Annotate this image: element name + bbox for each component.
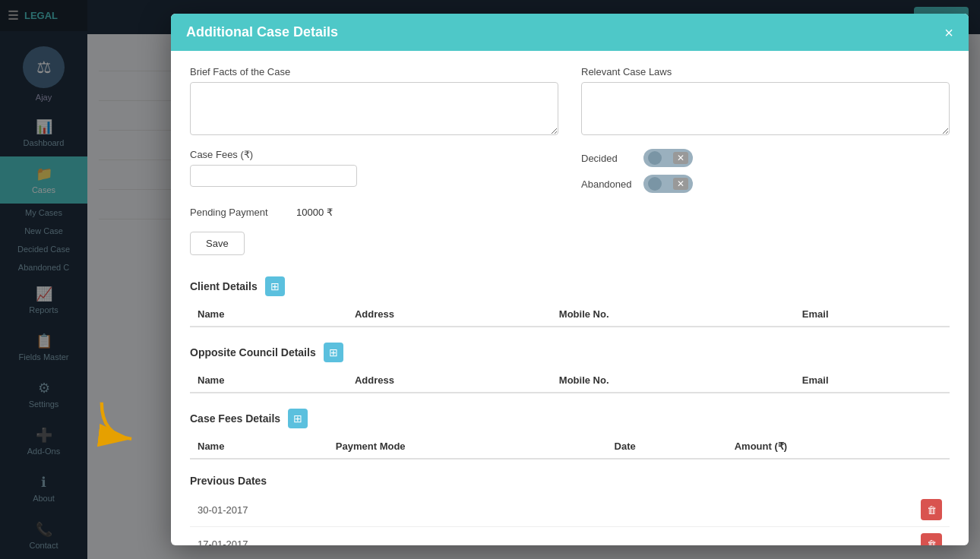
decided-toggle[interactable]: ✕ bbox=[643, 149, 693, 167]
opposite-council-title: Opposite Council Details bbox=[190, 346, 316, 358]
fees-col-date: Date bbox=[607, 434, 727, 459]
abandoned-toggle-item: Abandoned ✕ bbox=[581, 175, 950, 193]
form-row-facts: Brief Facts of the Case Relevant Case La… bbox=[190, 66, 950, 135]
form-row-fees: Case Fees (₹) 10000 Decided ✕ Abandoned … bbox=[190, 149, 950, 193]
previous-date-row: 17-01-2017 🗑 bbox=[190, 527, 950, 545]
previous-dates-title: Previous Dates bbox=[190, 475, 950, 487]
opposite-council-table: Name Address Mobile No. Email bbox=[190, 368, 950, 393]
client-details-title: Client Details bbox=[190, 280, 258, 292]
arrow-svg bbox=[95, 396, 148, 449]
delete-date-button[interactable]: 🗑 bbox=[921, 533, 942, 545]
additional-case-details-modal: Additional Case Details × Brief Facts of… bbox=[171, 14, 969, 545]
client-details-table: Name Address Mobile No. Email bbox=[190, 302, 950, 327]
decided-label: Decided bbox=[581, 153, 634, 164]
relevant-laws-input[interactable] bbox=[581, 82, 950, 135]
previous-date-text: 30-01-2017 bbox=[198, 504, 248, 516]
abandoned-knob bbox=[648, 177, 662, 191]
previous-date-row: 30-01-2017 🗑 bbox=[190, 493, 950, 527]
client-col-address: Address bbox=[347, 302, 552, 327]
add-client-icon: ⊞ bbox=[270, 280, 280, 292]
brief-facts-input[interactable] bbox=[190, 82, 558, 135]
council-col-name: Name bbox=[190, 368, 347, 393]
add-fees-icon: ⊞ bbox=[293, 412, 302, 425]
brief-facts-label: Brief Facts of the Case bbox=[190, 66, 558, 77]
abandoned-toggle-x[interactable]: ✕ bbox=[673, 178, 688, 190]
council-col-email: Email bbox=[795, 368, 950, 393]
add-client-button[interactable]: ⊞ bbox=[265, 276, 285, 296]
relevant-laws-group: Relevant Case Laws bbox=[581, 66, 950, 135]
client-details-header: Client Details ⊞ bbox=[190, 276, 950, 296]
add-council-icon: ⊞ bbox=[329, 346, 338, 358]
modal-close-button[interactable]: × bbox=[944, 25, 953, 40]
pending-payment-row: Pending Payment 10000 ₹ bbox=[190, 207, 950, 218]
fees-col-name: Name bbox=[190, 434, 328, 459]
delete-date-button[interactable]: 🗑 bbox=[921, 499, 942, 520]
modal-header: Additional Case Details × bbox=[171, 14, 969, 51]
case-fees-details-title: Case Fees Details bbox=[190, 412, 280, 425]
abandoned-label: Abandoned bbox=[581, 178, 634, 190]
previous-date-text: 17-01-2017 bbox=[198, 538, 248, 546]
brief-facts-group: Brief Facts of the Case bbox=[190, 66, 558, 135]
case-fees-details-header: Case Fees Details ⊞ bbox=[190, 409, 950, 428]
fees-col-amount: Amount (₹) bbox=[727, 434, 950, 459]
decided-knob bbox=[648, 151, 662, 165]
council-col-mobile: Mobile No. bbox=[552, 368, 795, 393]
opposite-council-header: Opposite Council Details ⊞ bbox=[190, 343, 950, 362]
arrow-indicator bbox=[95, 396, 148, 449]
case-fees-input[interactable]: 10000 bbox=[190, 165, 357, 187]
save-button[interactable]: Save bbox=[190, 232, 245, 255]
client-col-name: Name bbox=[190, 302, 347, 327]
client-col-mobile: Mobile No. bbox=[552, 302, 795, 327]
toggle-group: Decided ✕ Abandoned ✕ bbox=[581, 149, 950, 193]
pending-payment-value: 10000 ₹ bbox=[296, 207, 333, 218]
modal-body: Brief Facts of the Case Relevant Case La… bbox=[171, 51, 969, 545]
decided-toggle-item: Decided ✕ bbox=[581, 149, 950, 167]
fees-col-payment-mode: Payment Mode bbox=[328, 434, 607, 459]
previous-dates-list: 30-01-2017 🗑 17-01-2017 🗑 bbox=[190, 493, 950, 545]
add-fees-button[interactable]: ⊞ bbox=[288, 409, 308, 428]
council-col-address: Address bbox=[347, 368, 552, 393]
pending-payment-label: Pending Payment bbox=[190, 207, 289, 218]
case-fees-label: Case Fees (₹) bbox=[190, 149, 558, 160]
case-fees-group: Case Fees (₹) 10000 bbox=[190, 149, 558, 187]
relevant-laws-label: Relevant Case Laws bbox=[581, 66, 950, 77]
modal-title: Additional Case Details bbox=[186, 24, 338, 40]
add-council-button[interactable]: ⊞ bbox=[324, 343, 343, 362]
client-col-email: Email bbox=[795, 302, 950, 327]
abandoned-toggle[interactable]: ✕ bbox=[643, 175, 693, 193]
decided-toggle-x[interactable]: ✕ bbox=[673, 152, 688, 164]
case-fees-table: Name Payment Mode Date Amount (₹) bbox=[190, 434, 950, 460]
